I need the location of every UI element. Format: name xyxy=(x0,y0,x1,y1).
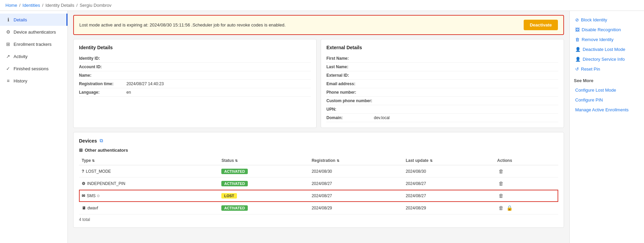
action-disable-recognition-label: Disable Recognition xyxy=(582,27,621,32)
cell-last-update: 2024/08/27 xyxy=(403,190,495,202)
sidebar-item-history[interactable]: ≡ History xyxy=(0,75,67,87)
action-directory-service-info[interactable]: 👤 Directory Service Info xyxy=(574,54,640,64)
action-configure-lost-mode[interactable]: Configure Lost Mode xyxy=(574,85,640,95)
action-reset-pin[interactable]: ↺ Reset Pin xyxy=(574,64,640,74)
table-row: 🖥dwavfACTIVATED2024/08/292024/08/29🗑🔒 xyxy=(79,202,558,214)
action-directory-service-info-label: Directory Service Info xyxy=(583,57,625,62)
cell-type: ?LOST_MODE xyxy=(79,165,219,177)
action-deactivate-lost-mode[interactable]: 👤 Deactivate Lost Mode xyxy=(574,44,640,54)
cards-row: Identity Details Identity ID: Account ID… xyxy=(73,39,564,128)
reset-pin-icon: ↺ xyxy=(575,67,579,72)
cell-status: ACTIVATED xyxy=(219,165,309,177)
right-panel: ⊘ Block Identity 🖼 Disable Recognition 🗑… xyxy=(569,11,644,243)
breadcrumb-identity-details: Identity Details xyxy=(45,3,74,8)
field-upn: UPN: xyxy=(326,105,558,114)
breadcrumb-identities[interactable]: Identities xyxy=(22,3,40,8)
devices-external-link-icon[interactable]: ⧉ xyxy=(100,138,103,144)
table-row: ⚙INDEPENDENT_PINACTIVATED2024/08/272024/… xyxy=(79,177,558,190)
col-last-update: Last update ⇅ xyxy=(403,156,495,165)
alert-text: Lost mode active and is expiring at: 202… xyxy=(79,22,286,27)
sidebar-item-finished-sessions[interactable]: ✓ Finished sessions xyxy=(0,62,67,75)
authenticators-table: Type ⇅ Status ⇅ Registration ⇅ Last upda… xyxy=(79,156,558,214)
action-deactivate-lost-mode-label: Deactivate Lost Mode xyxy=(583,47,625,52)
delete-button[interactable]: 🗑 xyxy=(497,168,505,175)
action-block-identity[interactable]: ⊘ Block Identity xyxy=(574,15,640,25)
action-remove-identity[interactable]: 🗑 Remove Identity xyxy=(574,35,640,44)
field-last-name: Last Name: xyxy=(326,63,558,71)
breadcrumb-user: Sergiu Dombrov xyxy=(80,3,112,8)
cell-last-update: 2024/08/27 xyxy=(403,177,495,190)
sidebar: ℹ Details ⚙ Device authenticators ⊞ Enro… xyxy=(0,11,68,243)
sidebar-label-device-authenticators: Device authenticators xyxy=(14,30,56,35)
field-language: Language: en xyxy=(79,88,311,97)
link-icon: ⚙ xyxy=(5,29,11,35)
identity-details-card: Identity Details Identity ID: Account ID… xyxy=(73,39,317,128)
see-more-label: See More xyxy=(574,78,640,83)
sidebar-item-enrollment-trackers[interactable]: ⊞ Enrollment trackers xyxy=(0,38,67,50)
delete-button[interactable]: 🗑 xyxy=(497,204,505,211)
alert-banner: Lost mode active and is expiring at: 202… xyxy=(73,15,564,35)
delete-button[interactable]: 🗑 xyxy=(497,180,505,187)
devices-section: Devices ⧉ ⊞ Other authenticators Type ⇅ … xyxy=(73,132,564,228)
cell-registration: 2024/08/27 xyxy=(309,177,403,190)
authenticators-icon: ⊞ xyxy=(79,148,83,153)
sidebar-label-history: History xyxy=(14,78,27,83)
external-details-title: External Details xyxy=(326,45,558,50)
sidebar-item-activity[interactable]: ↗ Activity xyxy=(0,50,67,62)
cell-actions: 🗑🔒 xyxy=(495,202,558,214)
cell-type: ⚙INDEPENDENT_PIN xyxy=(79,177,219,190)
history-icon: ≡ xyxy=(5,78,11,83)
breadcrumb-home[interactable]: Home xyxy=(5,3,17,8)
sidebar-item-device-authenticators[interactable]: ⚙ Device authenticators xyxy=(0,26,67,38)
table-total: 4 total xyxy=(79,217,558,222)
action-configure-pin[interactable]: Configure PIN xyxy=(574,95,640,105)
field-email: Email address: xyxy=(326,80,558,88)
table-row: ?LOST_MODEACTIVATED2024/08/302024/08/30🗑 xyxy=(79,165,558,177)
action-block-identity-label: Block Identity xyxy=(581,17,607,22)
cell-actions: 🗑 xyxy=(495,190,558,202)
field-domain: Domain: dev.local xyxy=(326,114,558,122)
directory-service-icon: 👤 xyxy=(575,57,581,62)
action-reset-pin-label: Reset Pin xyxy=(581,67,600,72)
field-external-id: External ID: xyxy=(326,71,558,80)
devices-header: Devices ⧉ xyxy=(79,138,558,144)
cell-status: ACTIVATED xyxy=(219,177,309,190)
action-remove-identity-label: Remove Identity xyxy=(582,37,613,42)
sidebar-label-enrollment-trackers: Enrollment trackers xyxy=(14,42,52,47)
activity-icon: ↗ xyxy=(5,54,11,59)
cell-actions: 🗑 xyxy=(495,165,558,177)
sidebar-label-finished-sessions: Finished sessions xyxy=(14,66,48,71)
field-custom-phone: Custom phone number: xyxy=(326,97,558,105)
field-phone: Phone number: xyxy=(326,88,558,97)
delete-button[interactable]: 🗑 xyxy=(497,192,505,199)
sidebar-item-details[interactable]: ℹ Details xyxy=(0,14,67,26)
deactivate-lost-mode-icon: 👤 xyxy=(575,47,581,52)
table-header-row: Type ⇅ Status ⇅ Registration ⇅ Last upda… xyxy=(79,156,558,165)
table-row: ✉SMS ⚙LOST2024/08/272024/08/27🗑 xyxy=(79,190,558,202)
action-manage-active-enrollments[interactable]: Manage Active Enrollments xyxy=(574,105,640,115)
field-registration-time: Registration time: 2024/08/27 14:40:23 xyxy=(79,80,311,88)
col-status: Status ⇅ xyxy=(219,156,309,165)
cell-last-update: 2024/08/29 xyxy=(403,202,495,214)
col-actions: Actions xyxy=(495,156,558,165)
authenticators-title: Other authenticators xyxy=(85,148,128,153)
action-configure-pin-label: Configure PIN xyxy=(575,97,603,102)
cell-type: ✉SMS ⚙ xyxy=(79,190,219,202)
content-area: Lost mode active and is expiring at: 202… xyxy=(68,11,569,243)
remove-identity-icon: 🗑 xyxy=(575,37,580,42)
breadcrumb-sep1: / xyxy=(19,3,21,8)
breadcrumb-sep2: / xyxy=(42,3,43,8)
action-configure-lost-mode-label: Configure Lost Mode xyxy=(575,88,616,93)
info-icon: ℹ xyxy=(5,17,11,22)
sidebar-label-details: Details xyxy=(14,17,27,22)
check-icon: ✓ xyxy=(5,66,11,71)
devices-title: Devices xyxy=(79,138,97,144)
action-disable-recognition[interactable]: 🖼 Disable Recognition xyxy=(574,25,640,35)
authenticators-header: ⊞ Other authenticators xyxy=(79,148,558,153)
cell-registration: 2024/08/27 xyxy=(309,190,403,202)
cell-last-update: 2024/08/30 xyxy=(403,165,495,177)
block-icon: ⊘ xyxy=(575,17,579,22)
lock-button[interactable]: 🔒 xyxy=(505,204,514,212)
cell-registration: 2024/08/29 xyxy=(309,202,403,214)
deactivate-button[interactable]: Deactivate xyxy=(524,20,558,30)
